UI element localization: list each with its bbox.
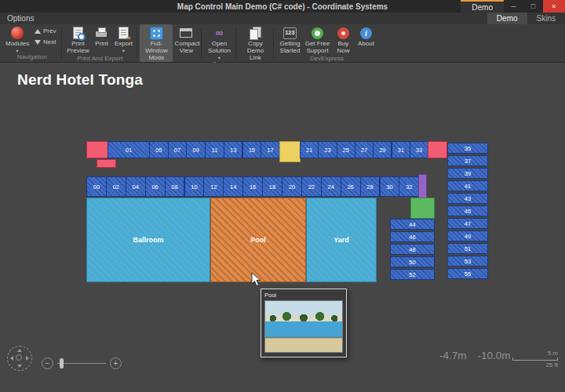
- room-13[interactable]: 13: [224, 141, 243, 158]
- room-04[interactable]: 04: [126, 176, 146, 197]
- room-50[interactable]: 50: [390, 256, 435, 267]
- room-35[interactable]: 35: [447, 143, 488, 154]
- room-37[interactable]: 37: [447, 155, 488, 166]
- tab-demo[interactable]: Demo: [487, 13, 527, 24]
- compact-view-button[interactable]: Compact View: [173, 24, 199, 62]
- zoom-slider-thumb[interactable]: [60, 358, 64, 368]
- prev-button[interactable]: Prev: [32, 27, 58, 35]
- room-47[interactable]: 47: [447, 218, 488, 229]
- block-pink-3[interactable]: [97, 159, 116, 168]
- options-menu[interactable]: Options: [0, 13, 41, 24]
- next-label: Next: [43, 38, 56, 45]
- getting-started-button[interactable]: 123 Getting Started: [276, 24, 303, 55]
- ribbon: Modules ▾ Prev Next Navigation: [0, 24, 565, 63]
- room-16[interactable]: 16: [242, 176, 263, 197]
- close-button[interactable]: ×: [543, 0, 565, 13]
- room-48[interactable]: 48: [390, 244, 435, 255]
- full-window-mode-button[interactable]: Full-Window Mode: [140, 24, 173, 62]
- room-23[interactable]: 23: [318, 141, 337, 158]
- room-41[interactable]: 41: [447, 180, 488, 191]
- buy-now-button[interactable]: Buy Now: [331, 24, 355, 55]
- pan-down-icon: [17, 365, 22, 368]
- zoom-control: − +: [42, 358, 122, 369]
- pan-up-icon: [17, 349, 22, 352]
- room-15[interactable]: 15: [242, 141, 262, 158]
- titlebar: Map Control Main Demo (C# code) - Coordi…: [0, 0, 565, 13]
- room-18[interactable]: 18: [262, 176, 282, 197]
- print-label: Print: [93, 41, 110, 48]
- tab-skins[interactable]: Skins: [527, 13, 565, 24]
- ribbon-category-demo[interactable]: Demo: [461, 0, 504, 13]
- block-pink-1[interactable]: [86, 141, 108, 158]
- room-20[interactable]: 20: [282, 176, 302, 197]
- block-yellow[interactable]: [279, 141, 301, 162]
- room-10[interactable]: 10: [184, 176, 205, 197]
- export-button[interactable]: Export ▾: [111, 24, 135, 55]
- room-21[interactable]: 21: [300, 141, 319, 158]
- room-02[interactable]: 02: [106, 176, 126, 197]
- room-25[interactable]: 25: [337, 141, 355, 158]
- copy-demo-link-button[interactable]: Copy Demo Link ▾: [239, 24, 272, 67]
- scale-imperial: 25 ft: [512, 361, 558, 368]
- get-free-support-button[interactable]: Get Free Support: [303, 24, 331, 55]
- zoom-slider[interactable]: [57, 358, 106, 368]
- modules-button[interactable]: Modules ▾: [4, 24, 31, 53]
- room-52[interactable]: 52: [390, 269, 435, 280]
- print-preview-button[interactable]: Print Preview: [64, 24, 91, 55]
- room-55[interactable]: 55: [447, 268, 488, 279]
- room-06[interactable]: 06: [145, 176, 166, 197]
- room-31[interactable]: 31: [392, 141, 410, 158]
- room-01[interactable]: 01: [108, 141, 150, 158]
- map-area[interactable]: Nerd Hotel Tonga 01050709111315172123252…: [0, 63, 565, 392]
- room-14[interactable]: 14: [223, 176, 243, 197]
- room-07[interactable]: 07: [168, 141, 188, 158]
- zoom-in-button[interactable]: +: [110, 358, 122, 369]
- area-ballroom[interactable]: Ballroom: [86, 198, 210, 282]
- room-11[interactable]: 11: [205, 141, 224, 158]
- maximize-button[interactable]: □: [523, 0, 543, 13]
- room-12[interactable]: 12: [203, 176, 224, 197]
- menu-row: Options Demo Skins: [0, 13, 565, 24]
- pan-compass-control[interactable]: [7, 346, 32, 371]
- room-00[interactable]: 00: [86, 176, 107, 197]
- area-pool[interactable]: Pool: [210, 198, 306, 282]
- room-39[interactable]: 39: [447, 168, 488, 179]
- room-30[interactable]: 30: [380, 176, 400, 197]
- room-46[interactable]: 46: [390, 231, 435, 242]
- room-44[interactable]: 44: [390, 219, 435, 230]
- room-33[interactable]: 33: [410, 141, 428, 158]
- room-17[interactable]: 17: [261, 141, 280, 158]
- room-05[interactable]: 05: [149, 141, 169, 158]
- block-green[interactable]: [410, 198, 435, 219]
- room-24[interactable]: 24: [321, 176, 341, 197]
- room-29[interactable]: 29: [373, 141, 392, 158]
- coordinate-x: -4.7m: [439, 350, 467, 361]
- area-yard[interactable]: Yard: [306, 198, 377, 282]
- open-solution-button[interactable]: ∞ Open Solution ▾: [204, 24, 234, 60]
- map-scale: 5 m 25 ft: [512, 350, 558, 368]
- room-49[interactable]: 49: [447, 230, 488, 241]
- copy-demo-link-label: Copy Demo Link: [240, 41, 270, 62]
- chevron-down-icon: ▾: [16, 48, 18, 53]
- next-button[interactable]: Next: [32, 38, 58, 46]
- room-28[interactable]: 28: [360, 176, 381, 197]
- room-08[interactable]: 08: [165, 176, 185, 197]
- block-purple[interactable]: [418, 174, 427, 198]
- zoom-out-button[interactable]: −: [42, 358, 53, 369]
- room-22[interactable]: 22: [301, 176, 322, 197]
- room-53[interactable]: 53: [447, 256, 488, 267]
- room-45[interactable]: 45: [447, 205, 488, 216]
- full-window-mode-label: Full-Window Mode: [141, 41, 171, 62]
- print-button[interactable]: Print: [91, 24, 111, 55]
- room-43[interactable]: 43: [447, 193, 488, 204]
- room-09[interactable]: 09: [186, 141, 206, 158]
- down-arrow-icon: [35, 40, 41, 45]
- room-27[interactable]: 27: [355, 141, 374, 158]
- minimize-button[interactable]: ─: [504, 0, 523, 13]
- room-32[interactable]: 32: [399, 176, 419, 197]
- room-26[interactable]: 26: [341, 176, 361, 197]
- block-pink-2[interactable]: [428, 141, 447, 158]
- about-button[interactable]: i About: [355, 24, 377, 55]
- chevron-down-icon: ▾: [218, 55, 221, 60]
- room-51[interactable]: 51: [447, 243, 488, 254]
